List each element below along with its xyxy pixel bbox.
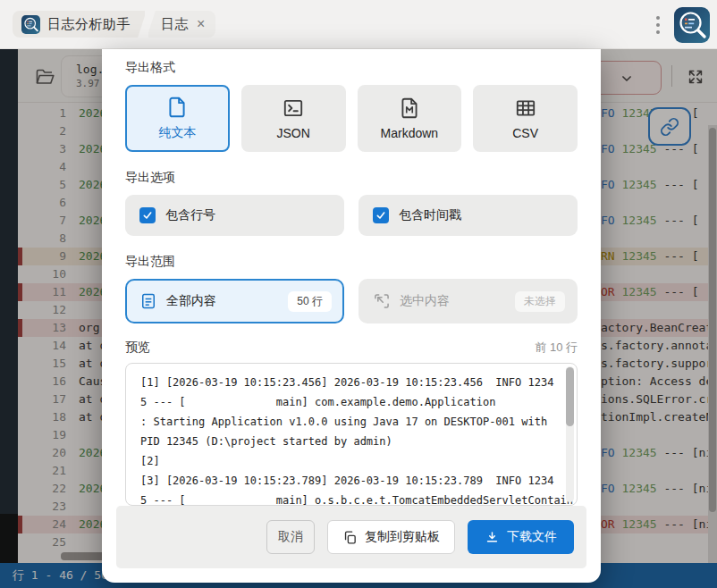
preview-line: [2] <box>140 451 555 471</box>
app-logo-icon <box>21 15 40 34</box>
range-all-content[interactable]: 全部内容 50 行 <box>125 279 344 323</box>
download-icon <box>485 530 500 545</box>
option-label: 包含时间戳 <box>399 207 461 223</box>
section-title-format: 导出格式 <box>125 60 578 76</box>
preview-line: 5 --- [ main] com.example.demo.Applicati… <box>140 392 555 412</box>
cancel-label: 取消 <box>278 529 303 545</box>
download-file-button[interactable]: 下载文件 <box>468 520 574 554</box>
range-grid: 全部内容 50 行 选中内容 未选择 <box>125 279 578 323</box>
copy-to-clipboard-button[interactable]: 复制到剪贴板 <box>327 520 455 554</box>
copy-icon <box>342 530 358 545</box>
checkbox-checked-icon[interactable] <box>139 207 156 223</box>
more-menu-icon[interactable] <box>651 11 665 39</box>
checkbox-checked-icon[interactable] <box>373 207 389 223</box>
preview-meta: 前 10 行 <box>535 340 578 356</box>
range-selected-content: 选中内容 未选择 <box>358 279 578 323</box>
export-dialog: 导出格式 纯文本 JSON Markdown <box>102 49 601 583</box>
copy-label: 复制到剪贴板 <box>365 529 440 545</box>
close-icon[interactable]: × <box>197 17 205 31</box>
preview-line: : Starting Application v1.0.0 using Java… <box>140 412 555 432</box>
cancel-button[interactable]: 取消 <box>266 520 315 554</box>
preview-lines: [1] [2026-03-19 10:15:23.456] 2026-03-19… <box>140 373 555 506</box>
format-card-markdown[interactable]: Markdown <box>358 85 462 152</box>
section-title-range: 导出范围 <box>125 254 578 270</box>
range-badge: 50 行 <box>288 291 332 312</box>
section-title-options: 导出选项 <box>125 170 578 186</box>
terminal-icon <box>282 97 305 120</box>
table-icon <box>514 97 537 120</box>
format-label: 纯文本 <box>158 125 196 141</box>
range-label: 选中内容 <box>400 293 450 309</box>
format-label: CSV <box>512 126 538 140</box>
format-label: JSON <box>276 126 309 140</box>
tab-app-label: 日志分析助手 <box>47 16 131 33</box>
preview-line: [1] [2026-03-19 10:15:23.456] 2026-03-19… <box>140 373 555 392</box>
app-logo-large-icon <box>674 7 710 43</box>
tab-doc-label: 日志 <box>161 16 189 33</box>
format-label: Markdown <box>381 126 439 140</box>
tab-bar: 日志分析助手 日志 × <box>0 0 717 49</box>
download-label: 下载文件 <box>507 529 557 545</box>
format-card-csv[interactable]: CSV <box>473 85 578 152</box>
selection-icon <box>373 292 391 310</box>
preview-line: 5 --- [ main] o.s.b.c.e.t.TomcatEmbedded… <box>140 491 555 506</box>
format-card-plaintext[interactable]: 纯文本 <box>125 85 230 152</box>
file-markdown-icon <box>398 97 421 120</box>
document-lines-icon <box>139 292 157 310</box>
option-label: 包含行号 <box>165 207 215 223</box>
option-line-numbers[interactable]: 包含行号 <box>125 195 344 236</box>
dialog-footer: 取消 复制到剪贴板 下载文件 <box>116 506 586 568</box>
tab-app[interactable]: 日志分析助手 <box>13 11 145 38</box>
tab-doc[interactable]: 日志 × <box>148 11 215 38</box>
section-title-preview: 预览 <box>125 340 150 356</box>
tab-group: 日志分析助手 日志 × <box>13 11 215 38</box>
preview-box: [1] [2026-03-19 10:15:23.456] 2026-03-19… <box>125 363 578 506</box>
options-grid: 包含行号 包含时间戳 <box>125 195 578 236</box>
preview-line: [3] [2026-03-19 10:15:23.789] 2026-03-19… <box>140 471 555 491</box>
format-grid: 纯文本 JSON Markdown CSV <box>125 85 578 152</box>
range-label: 全部内容 <box>166 293 216 309</box>
preview-scrollbar-thumb[interactable] <box>566 367 574 426</box>
file-text-icon <box>165 96 189 119</box>
format-card-json[interactable]: JSON <box>241 85 346 152</box>
option-timestamps[interactable]: 包含时间戳 <box>358 195 578 236</box>
range-badge: 未选择 <box>515 291 565 312</box>
preview-line: PID 12345 (D:\project started by admin) <box>140 432 555 451</box>
